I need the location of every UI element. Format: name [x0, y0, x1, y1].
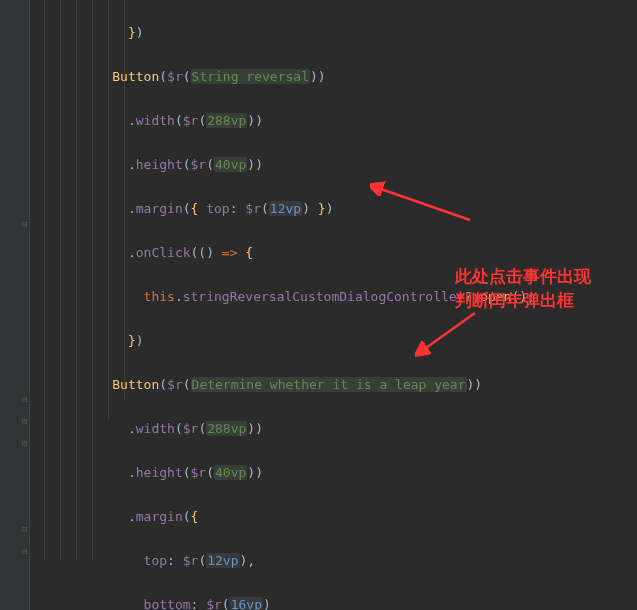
code-line: .onClick(() => {: [34, 242, 535, 264]
code-line: bottom: $r(16vp): [34, 594, 535, 610]
code-line: top: $r(12vp),: [34, 550, 535, 572]
code-line: Button($r(String reversal)): [34, 66, 535, 88]
fold-marker[interactable]: ⊟: [22, 438, 28, 444]
annotation-line: 此处点击事件出现: [455, 265, 591, 289]
code-line: .margin({: [34, 506, 535, 528]
code-line: }): [34, 22, 535, 44]
fold-marker[interactable]: ⊟: [22, 219, 28, 225]
annotation-text: 此处点击事件出现 判断闰年弹出框: [455, 265, 591, 313]
code-line: Button($r(Determine whether it is a leap…: [34, 374, 535, 396]
code-line: .width($r(288vp)): [34, 110, 535, 132]
code-line: .width($r(288vp)): [34, 418, 535, 440]
fold-marker[interactable]: ⊟: [22, 546, 28, 552]
fold-marker[interactable]: ⊟: [22, 416, 28, 422]
fold-marker[interactable]: ⊟: [22, 394, 28, 400]
code-line: .height($r(40vp)): [34, 462, 535, 484]
editor-gutter: ⊟ ⊟ ⊟ ⊟ ⊟ ⊟: [0, 0, 30, 610]
code-line: .height($r(40vp)): [34, 154, 535, 176]
annotation-line: 判断闰年弹出框: [455, 289, 591, 313]
annotation-arrow-2: [415, 308, 485, 358]
svg-line-3: [423, 313, 475, 350]
annotation-arrow-1: [370, 180, 480, 225]
svg-line-1: [378, 188, 470, 220]
fold-marker[interactable]: ⊟: [22, 524, 28, 530]
